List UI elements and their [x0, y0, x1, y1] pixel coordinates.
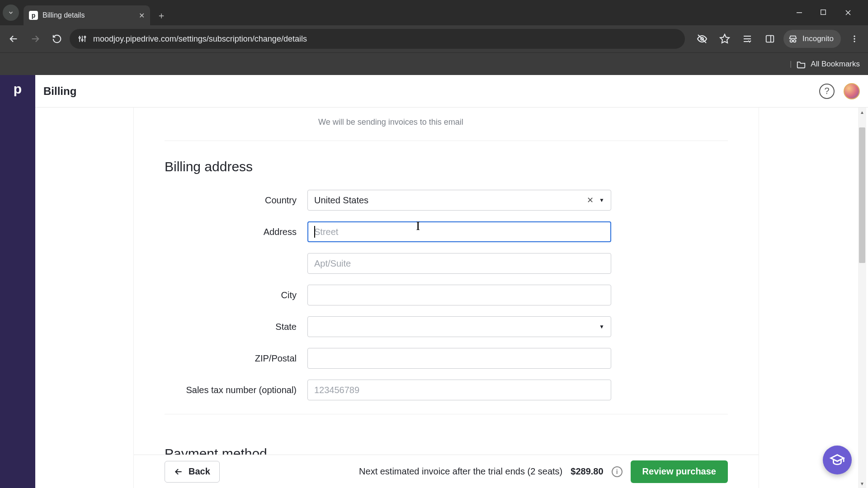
- country-select[interactable]: United States ✕ ▼: [307, 190, 611, 211]
- bookmarks-bar: | All Bookmarks: [0, 52, 868, 75]
- incognito-label: Incognito: [802, 34, 834, 43]
- page-title: Billing: [43, 85, 76, 98]
- svg-point-10: [81, 39, 83, 41]
- scroll-thumb[interactable]: [859, 127, 865, 263]
- svg-point-25: [854, 41, 855, 42]
- row-zip: ZIP/Postal: [165, 348, 728, 369]
- reading-list-icon[interactable]: [738, 30, 756, 48]
- svg-marker-14: [720, 34, 729, 43]
- tab-strip: p Billing details ✕ ＋: [0, 0, 868, 25]
- maximize-button[interactable]: [820, 9, 833, 16]
- left-nav-rail: p: [0, 75, 35, 488]
- svg-rect-1: [821, 10, 826, 15]
- close-icon[interactable]: ✕: [139, 11, 145, 20]
- app-logo[interactable]: p: [10, 81, 25, 97]
- svg-point-9: [79, 37, 80, 38]
- back-label: Back: [189, 466, 210, 477]
- browser-toolbar: moodjoy.pipedrive.com/settings/subscript…: [0, 25, 868, 52]
- forward-nav-button[interactable]: [26, 30, 44, 48]
- all-bookmarks-button[interactable]: All Bookmarks: [811, 60, 860, 69]
- chevron-down-icon: [8, 9, 14, 16]
- reload-button[interactable]: [48, 30, 66, 48]
- separator: |: [790, 60, 792, 69]
- label-city: City: [165, 290, 307, 300]
- app: p Billing ? ▲ ▼ We will be sending invoi…: [0, 75, 868, 488]
- email-helper-text: We will be sending invoices to this emai…: [318, 108, 728, 127]
- label-zip: ZIP/Postal: [165, 353, 307, 364]
- label-address: Address: [165, 227, 307, 237]
- help-icon[interactable]: ?: [819, 84, 835, 99]
- back-button[interactable]: Back: [165, 461, 220, 483]
- minimize-button[interactable]: [796, 9, 808, 16]
- apt-input-wrapper: [307, 253, 611, 274]
- scrollbar[interactable]: ▲ ▼: [858, 108, 866, 488]
- bookmark-star-icon[interactable]: [716, 30, 734, 48]
- tab-title: Billing details: [42, 11, 134, 19]
- bottom-bar: Back Next estimated invoice after the tr…: [134, 455, 759, 488]
- row-address-street: Address I: [165, 221, 728, 242]
- new-tab-button[interactable]: ＋: [154, 8, 169, 23]
- row-address-apt: [165, 253, 728, 274]
- close-window-button[interactable]: [844, 9, 857, 16]
- state-select[interactable]: ▼: [307, 316, 611, 337]
- zip-input-wrapper: [307, 348, 611, 369]
- avatar[interactable]: [844, 83, 860, 99]
- svg-point-24: [854, 38, 855, 39]
- app-header: Billing ?: [35, 75, 868, 108]
- svg-point-21: [793, 40, 796, 42]
- site-settings-icon[interactable]: [78, 34, 87, 43]
- label-state: State: [165, 322, 307, 332]
- window-controls: [796, 9, 865, 16]
- clear-icon[interactable]: ✕: [587, 195, 594, 205]
- incognito-chip[interactable]: Incognito: [783, 30, 841, 48]
- section-title-billing-address: Billing address: [165, 159, 728, 174]
- toolbar-right: Incognito: [689, 30, 863, 48]
- folder-icon: [796, 59, 806, 69]
- eye-off-icon[interactable]: [693, 30, 711, 48]
- review-label: Review purchase: [642, 466, 716, 477]
- browser-menu-icon[interactable]: [845, 30, 863, 48]
- row-country: Country United States ✕ ▼: [165, 190, 728, 211]
- svg-rect-18: [766, 36, 774, 42]
- tax-input-wrapper: [307, 380, 611, 400]
- country-value: United States: [314, 195, 587, 206]
- back-nav-button[interactable]: [5, 30, 23, 48]
- content-area: ▲ ▼ We will be sending invoices to this …: [35, 108, 868, 488]
- tax-input[interactable]: [314, 380, 604, 400]
- svg-point-20: [790, 40, 793, 42]
- scroll-down-icon[interactable]: ▼: [858, 479, 866, 488]
- street-input-wrapper: I: [307, 221, 611, 242]
- scroll-up-icon[interactable]: ▲: [858, 108, 866, 117]
- help-fab[interactable]: [823, 446, 852, 474]
- info-icon[interactable]: i: [612, 466, 623, 477]
- address-bar[interactable]: moodjoy.pipedrive.com/settings/subscript…: [70, 29, 685, 49]
- invoice-text: Next estimated invoice after the trial e…: [359, 466, 562, 477]
- app-main: Billing ? ▲ ▼ We will be sending invoice…: [35, 75, 868, 488]
- url-text: moodjoy.pipedrive.com/settings/subscript…: [93, 34, 677, 44]
- caret-down-icon: ▼: [599, 197, 604, 203]
- label-country: Country: [165, 195, 307, 206]
- graduation-cap-icon: [830, 452, 845, 468]
- review-purchase-button[interactable]: Review purchase: [631, 460, 728, 483]
- tab-search-button[interactable]: [3, 5, 19, 21]
- divider: [165, 141, 728, 141]
- city-input-wrapper: [307, 285, 611, 305]
- caret-down-icon: ▼: [599, 324, 604, 330]
- row-state: State ▼: [165, 316, 728, 337]
- label-tax: Sales tax number (optional): [165, 385, 307, 395]
- row-tax: Sales tax number (optional): [165, 380, 728, 400]
- tab-favicon: p: [29, 11, 38, 20]
- browser-tab[interactable]: p Billing details ✕: [24, 5, 150, 25]
- svg-point-23: [854, 36, 855, 37]
- row-city: City: [165, 285, 728, 305]
- svg-point-11: [84, 36, 85, 38]
- browser-chrome: p Billing details ✕ ＋: [0, 0, 868, 75]
- side-panel-icon[interactable]: [761, 30, 779, 48]
- arrow-left-icon: [174, 467, 183, 476]
- city-input[interactable]: [314, 285, 604, 305]
- street-input[interactable]: [314, 222, 604, 241]
- zip-input[interactable]: [314, 348, 604, 368]
- billing-card: We will be sending invoices to this emai…: [133, 108, 759, 488]
- apt-input[interactable]: [314, 253, 604, 273]
- invoice-amount: $289.80: [571, 466, 603, 477]
